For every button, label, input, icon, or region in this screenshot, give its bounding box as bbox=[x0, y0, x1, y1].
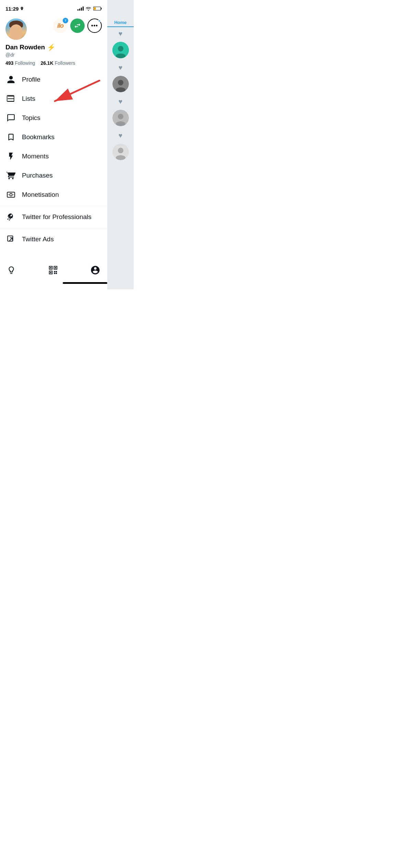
purchases-icon bbox=[6, 171, 16, 180]
transfer-button[interactable] bbox=[70, 19, 85, 33]
topics-icon bbox=[6, 113, 16, 123]
wifi-icon bbox=[86, 7, 91, 11]
avatar-woman bbox=[112, 110, 129, 126]
menu-item-topics[interactable]: Topics bbox=[0, 108, 107, 128]
svg-rect-23 bbox=[56, 273, 57, 274]
menu-item-lists[interactable]: Lists bbox=[0, 89, 107, 108]
sidebar-avatar-2[interactable] bbox=[107, 74, 134, 96]
menu-item-twitter-professionals[interactable]: Twitter for Professionals bbox=[0, 207, 107, 227]
more-icon: ••• bbox=[91, 23, 98, 29]
moments-label: Moments bbox=[22, 153, 49, 160]
qr-button[interactable] bbox=[48, 265, 58, 275]
menu-item-profile[interactable]: Profile bbox=[0, 70, 107, 89]
menu-item-monetisation[interactable]: Monetisation bbox=[0, 185, 107, 204]
twitter-ads-label: Twitter Ads bbox=[22, 236, 54, 243]
qr-icon bbox=[48, 265, 58, 275]
svg-rect-19 bbox=[50, 272, 51, 273]
twitter-professionals-label: Twitter for Professionals bbox=[22, 213, 92, 221]
svg-rect-35 bbox=[116, 155, 125, 160]
sidebar-avatar-4[interactable] bbox=[107, 142, 134, 164]
lightbulb-button[interactable] bbox=[7, 266, 16, 275]
more-button[interactable]: ••• bbox=[87, 19, 102, 33]
home-filled-icon bbox=[90, 265, 100, 275]
profile-name: Dan Rowden ⚡ bbox=[5, 43, 102, 51]
divider-1 bbox=[0, 206, 107, 206]
profile-header: ilo 7 ••• bbox=[0, 15, 107, 70]
svg-rect-2 bbox=[94, 8, 96, 10]
ilo-badge: 7 bbox=[63, 18, 68, 23]
menu-list: Profile Lists bbox=[0, 70, 107, 262]
status-icons bbox=[77, 7, 102, 11]
lightbulb-icon bbox=[7, 266, 16, 275]
sidebar-heart-3: ♥ bbox=[107, 96, 134, 108]
svg-point-9 bbox=[10, 193, 12, 196]
profile-label: Profile bbox=[22, 76, 40, 83]
svg-rect-3 bbox=[8, 96, 14, 96]
notification-dot bbox=[98, 20, 101, 22]
lists-icon bbox=[6, 94, 16, 104]
svg-line-13 bbox=[10, 238, 13, 241]
svg-point-28 bbox=[118, 80, 123, 85]
heart-icon-3: ♥ bbox=[119, 98, 123, 106]
avatar-bw bbox=[112, 144, 129, 160]
svg-rect-21 bbox=[56, 271, 57, 273]
profile-stats: 493 Following 26.1K Followers bbox=[5, 60, 102, 66]
menu-item-purchases[interactable]: Purchases bbox=[0, 166, 107, 185]
svg-point-25 bbox=[118, 46, 123, 51]
profile-top-row: ilo 7 ••• bbox=[5, 19, 102, 40]
svg-rect-17 bbox=[55, 267, 56, 268]
profile-handle: @dr bbox=[5, 52, 102, 58]
avatar-teal-img bbox=[112, 42, 129, 58]
status-bar: 11:29 bbox=[0, 0, 107, 15]
sidebar-avatar-3[interactable] bbox=[107, 108, 134, 130]
svg-rect-29 bbox=[116, 87, 125, 92]
avatar-teal bbox=[112, 42, 129, 58]
followers-stat[interactable]: 26.1K Followers bbox=[40, 60, 75, 66]
sidebar-home-tab[interactable]: Home bbox=[107, 17, 134, 27]
lists-label: Lists bbox=[22, 95, 35, 103]
right-sidebar: Home ♥ ♥ bbox=[107, 0, 134, 289]
menu-item-moments[interactable]: Moments bbox=[0, 147, 107, 166]
moments-icon bbox=[6, 152, 16, 161]
external-link-icon bbox=[6, 234, 16, 244]
header-icons: ilo 7 ••• bbox=[53, 19, 102, 33]
avatar-beard bbox=[112, 76, 129, 92]
svg-point-34 bbox=[118, 148, 123, 153]
rocket-icon bbox=[6, 212, 16, 222]
status-time: 11:29 bbox=[5, 6, 24, 12]
profile-icon bbox=[6, 75, 16, 84]
sidebar-heart-1: ♥ bbox=[107, 28, 134, 40]
svg-rect-26 bbox=[116, 53, 125, 58]
lightning-badge: ⚡ bbox=[47, 43, 56, 51]
battery-icon bbox=[93, 7, 102, 11]
ilo-icon: ilo bbox=[57, 22, 63, 29]
home-filled-button[interactable] bbox=[90, 265, 100, 275]
home-indicator bbox=[63, 282, 107, 284]
svg-rect-15 bbox=[50, 267, 51, 268]
monetisation-icon bbox=[6, 190, 16, 200]
bottom-bar bbox=[0, 262, 107, 285]
location-icon bbox=[20, 7, 24, 11]
svg-rect-4 bbox=[8, 98, 14, 99]
purchases-label: Purchases bbox=[22, 172, 53, 179]
menu-item-bookmarks[interactable]: Bookmarks bbox=[0, 128, 107, 147]
sidebar-heart-2: ♥ bbox=[107, 62, 134, 74]
sidebar-avatar-1[interactable] bbox=[107, 40, 134, 62]
monetisation-label: Monetisation bbox=[22, 191, 59, 198]
ilo-button[interactable]: ilo 7 bbox=[53, 19, 68, 33]
following-stat[interactable]: 493 Following bbox=[5, 60, 35, 66]
menu-item-twitter-ads[interactable]: Twitter Ads bbox=[0, 230, 107, 249]
svg-rect-22 bbox=[54, 273, 55, 274]
svg-rect-32 bbox=[116, 121, 125, 126]
bookmarks-label: Bookmarks bbox=[22, 133, 54, 141]
svg-point-31 bbox=[118, 114, 123, 119]
sidebar-heart-4: ♥ bbox=[107, 130, 134, 142]
divider-2 bbox=[0, 228, 107, 228]
heart-icon-1: ♥ bbox=[119, 30, 123, 38]
topics-label: Topics bbox=[22, 114, 40, 122]
heart-icon-4: ♥ bbox=[119, 132, 123, 140]
bookmarks-icon bbox=[6, 132, 16, 142]
svg-rect-20 bbox=[54, 271, 55, 273]
avatar[interactable] bbox=[5, 19, 27, 40]
svg-point-11 bbox=[13, 194, 14, 195]
